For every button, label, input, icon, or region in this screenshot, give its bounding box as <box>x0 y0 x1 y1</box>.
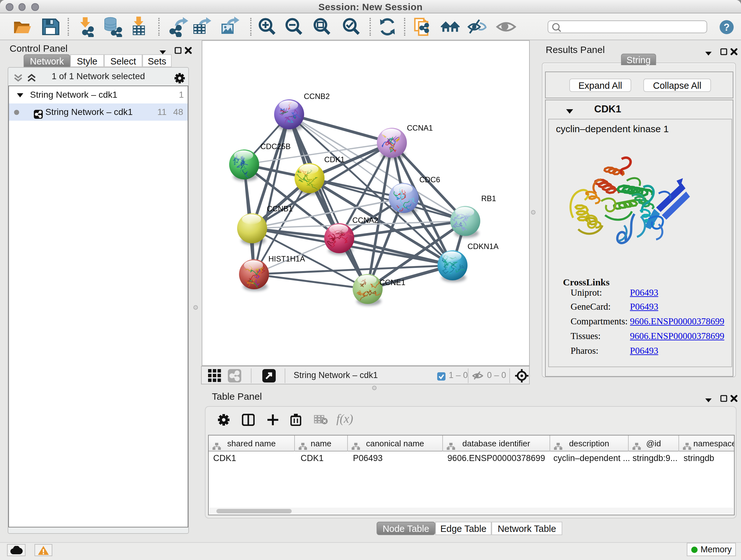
svg-text:CCNA2: CCNA2 <box>352 216 378 225</box>
svg-text:CCNA1: CCNA1 <box>407 124 433 132</box>
svg-text:CCNE1: CCNE1 <box>380 278 405 287</box>
svg-text:CCNB1: CCNB1 <box>267 204 293 213</box>
svg-text:CDC25B: CDC25B <box>260 142 291 151</box>
svg-text:CCNB2: CCNB2 <box>304 92 330 101</box>
svg-text:CDC6: CDC6 <box>419 175 440 184</box>
svg-text:HIST1H1A: HIST1H1A <box>268 254 305 263</box>
svg-text:CDK1: CDK1 <box>324 155 345 164</box>
svg-text:CDKN1A: CDKN1A <box>468 242 498 251</box>
svg-text:?: ? <box>724 22 730 33</box>
svg-text:RB1: RB1 <box>481 194 496 203</box>
